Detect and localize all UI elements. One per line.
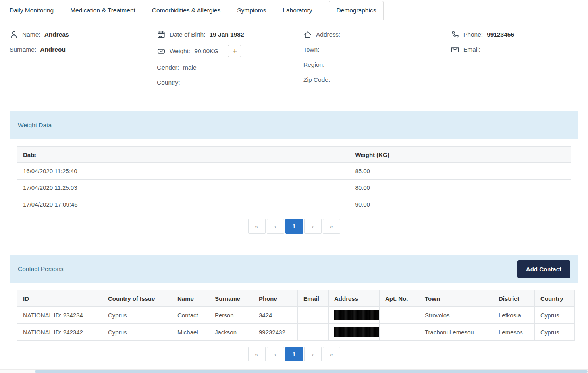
page-number-button[interactable]: 1 (285, 219, 303, 234)
zip-code-label: Zip Code: (303, 76, 330, 83)
patient-email-row: Email: (451, 45, 578, 54)
tab-bar: Daily Monitoring Medication & Treatment … (0, 0, 588, 20)
weight-value: 90.00KG (194, 48, 218, 55)
contacts-col-email: Email (298, 290, 329, 307)
contacts-col-town: Town (419, 290, 493, 307)
tab-symptoms[interactable]: Symptoms (237, 1, 266, 20)
contacts-col-district: District (493, 290, 535, 307)
weight-table: Date Weight (KG) 16/04/2020 11:25:40 85.… (17, 146, 571, 213)
surname-label: Surname: (10, 46, 36, 53)
gender-value: male (183, 64, 197, 71)
add-weight-button[interactable]: + (228, 45, 241, 57)
table-row: 17/04/2020 17:09:46 90.00 (17, 196, 571, 213)
contact-country-of-issue-cell: Cyprus (102, 307, 172, 324)
next-page-button[interactable]: › (304, 219, 322, 234)
horizontal-scrollbar[interactable] (0, 369, 588, 373)
redacted-address (334, 327, 380, 337)
contact-id-cell: NATIONAL ID: 242342 (17, 324, 102, 341)
person-icon (10, 30, 18, 39)
contact-email-cell (298, 324, 329, 341)
contact-district-cell: Lemesos (493, 324, 535, 341)
tab-demographics[interactable]: Demographics (329, 1, 384, 20)
weight-data-panel-header: Weight Data (10, 111, 578, 139)
patient-zip-row: Zip Code: (303, 75, 451, 85)
dob-value: 19 Jan 1982 (209, 31, 244, 38)
contact-phone-cell: 3424 (253, 307, 298, 324)
home-icon (303, 30, 312, 39)
prev-page-button[interactable]: ‹ (267, 219, 284, 234)
patient-gender-row: Gender: male (157, 63, 303, 72)
weight-data-title: Weight Data (18, 122, 52, 129)
weight-value-cell: 85.00 (349, 163, 571, 180)
patient-identity-column: Name: Andreas Surname: Andreou (10, 30, 157, 102)
name-value: Andreas (44, 31, 69, 38)
contact-surname-cell: Jackson (209, 324, 253, 341)
contact-district-cell: Lefkosia (493, 307, 535, 324)
weight-col-date: Date (17, 147, 349, 163)
contact-email-cell (298, 307, 329, 324)
address-label: Address: (316, 31, 340, 38)
weight-table-header-row: Date Weight (KG) (17, 147, 571, 163)
town-label: Town: (303, 46, 320, 53)
weight-data-panel-body: Date Weight (KG) 16/04/2020 11:25:40 85.… (10, 139, 578, 244)
first-page-button[interactable]: « (248, 347, 266, 361)
tab-daily-monitoring[interactable]: Daily Monitoring (10, 1, 54, 20)
patient-weight-row: Weight: 90.00KG + (157, 45, 303, 57)
contacts-col-apt-no: Apt. No. (380, 290, 419, 307)
contacts-col-id: ID (17, 290, 102, 307)
contact-apt-no-cell (380, 307, 419, 324)
contact-id-cell: NATIONAL ID: 234234 (17, 307, 102, 324)
tab-comorbidities-allergies[interactable]: Comorbidities & Allergies (152, 1, 220, 20)
first-page-button[interactable]: « (248, 219, 266, 234)
tab-laboratory[interactable]: Laboratory (283, 1, 312, 20)
patient-country-row: Country: (157, 78, 303, 87)
contact-persons-panel-body: ID Country of Issue Name Surname Phone E… (10, 283, 578, 372)
horizontal-scrollbar-thumb[interactable] (35, 370, 588, 373)
contacts-table-header-row: ID Country of Issue Name Surname Phone E… (17, 290, 575, 307)
contacts-col-country-of-issue: Country of Issue (102, 290, 172, 307)
contact-town-cell: Strovolos (419, 307, 493, 324)
contact-persons-title: Contact Persons (18, 265, 64, 273)
patient-vitals-column: Date of Birth: 19 Jan 1982 Weight: 90.00… (157, 30, 303, 102)
redacted-address (334, 310, 380, 320)
patient-info-section: Name: Andreas Surname: Andreou Date of B… (0, 20, 588, 110)
table-row: NATIONAL ID: 242342 Cyprus Michael Jacks… (17, 324, 575, 341)
patient-address-column: Address: Town: Region: Zip Code: (303, 30, 451, 102)
patient-contact-column: Phone: 99123456 Email: (451, 30, 578, 102)
last-page-button[interactable]: » (323, 219, 340, 234)
patient-town-row: Town: (303, 45, 451, 54)
contact-name-cell: Contact (172, 307, 209, 324)
prev-page-button[interactable]: ‹ (267, 347, 284, 361)
tab-medication-treatment[interactable]: Medication & Treatment (70, 1, 135, 20)
contact-country-cell: Cyprus (535, 324, 575, 341)
contact-surname-cell: Person (209, 307, 253, 324)
page-number-button[interactable]: 1 (285, 347, 303, 361)
contact-persons-panel: Contact Persons Add Contact ID Country o… (10, 255, 578, 372)
patient-dob-row: Date of Birth: 19 Jan 1982 (157, 30, 303, 39)
contact-country-of-issue-cell: Cyprus (102, 324, 172, 341)
contact-persons-panel-header: Contact Persons Add Contact (10, 255, 578, 283)
last-page-button[interactable]: » (323, 347, 340, 361)
patient-name-row: Name: Andreas (10, 30, 157, 39)
contacts-pagination: « ‹ 1 › » (17, 347, 571, 361)
table-row: 17/04/2020 11:25:03 80.00 (17, 180, 571, 196)
next-page-button[interactable]: › (304, 347, 322, 361)
weight-date-cell: 16/04/2020 11:25:40 (17, 163, 349, 180)
phone-label: Phone: (463, 31, 483, 38)
weight-date-cell: 17/04/2020 17:09:46 (17, 196, 349, 213)
contacts-col-phone: Phone (253, 290, 298, 307)
patient-region-row: Region: (303, 60, 451, 70)
table-row: 16/04/2020 11:25:40 85.00 (17, 163, 571, 180)
contacts-col-country: Country (535, 290, 575, 307)
add-contact-button[interactable]: Add Contact (517, 260, 570, 278)
weight-value-cell: 90.00 (349, 196, 571, 213)
weight-pagination: « ‹ 1 › » (17, 219, 571, 234)
contacts-col-name: Name (172, 290, 209, 307)
contact-town-cell: Trachoni Lemesou (419, 324, 493, 341)
calendar-icon (157, 30, 166, 39)
name-label: Name: (22, 31, 40, 38)
weight-col-weight: Weight (KG) (349, 147, 571, 163)
contact-phone-cell: 99232432 (253, 324, 298, 341)
dob-label: Date of Birth: (170, 31, 205, 38)
scale-icon (157, 47, 166, 56)
